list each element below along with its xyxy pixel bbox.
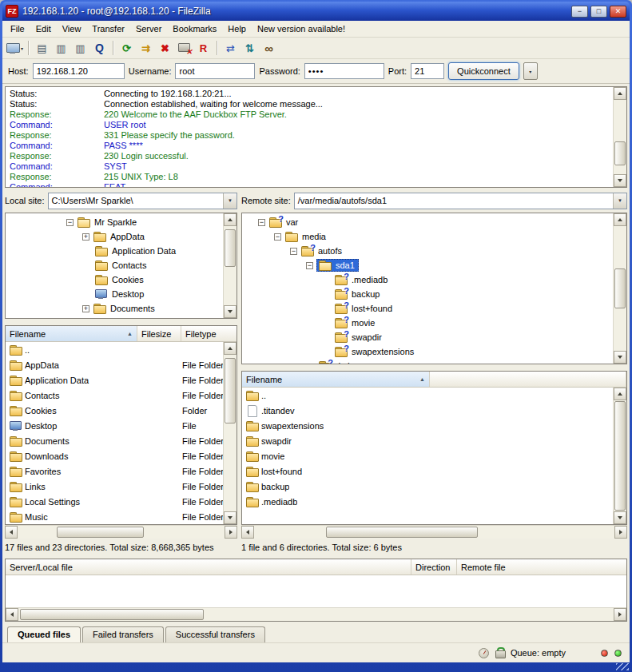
scroll-thumb[interactable] (225, 358, 236, 423)
scroll-right-button[interactable] (614, 608, 626, 621)
file-row[interactable]: DesktopFile (6, 418, 223, 433)
tree-item[interactable]: sda1 (242, 258, 613, 272)
site-manager-button[interactable]: ▾ (6, 39, 24, 57)
file-row[interactable]: backup (242, 479, 613, 494)
speed-limit-icon[interactable] (479, 648, 489, 658)
close-button[interactable]: ✕ (610, 6, 626, 18)
scroll-thumb[interactable] (614, 141, 626, 165)
file-row[interactable]: .titandev (242, 403, 613, 418)
resize-grip[interactable] (616, 663, 629, 670)
tree-item[interactable]: media (242, 229, 613, 244)
collapse-icon[interactable] (306, 262, 313, 269)
menu-edit[interactable]: Edit (30, 22, 57, 36)
column-header-filename[interactable]: Filename▲ (6, 326, 137, 341)
scroll-left-button[interactable] (241, 526, 254, 539)
file-row[interactable]: Application DataFile Folder (6, 372, 223, 388)
file-row[interactable]: .. (242, 388, 613, 403)
tree-item[interactable]: AppData (6, 229, 223, 244)
menu-file[interactable]: File (5, 22, 30, 36)
port-input[interactable] (411, 63, 444, 79)
scroll-thumb[interactable] (57, 527, 144, 538)
tab-successful-transfers[interactable]: Successful transfers (165, 626, 265, 642)
file-row[interactable]: .. (6, 342, 223, 357)
tree-item[interactable]: Cookies (6, 272, 223, 287)
menu-server[interactable]: Server (130, 22, 167, 36)
menu-view[interactable]: View (57, 22, 87, 36)
refresh-button[interactable]: ⟳ (117, 39, 136, 57)
tree-item[interactable]: backup (242, 287, 613, 301)
collapse-icon[interactable] (274, 233, 281, 241)
file-row[interactable]: swapextensions (242, 418, 613, 433)
tree-item[interactable]: Application Data (6, 244, 223, 258)
file-row[interactable]: movie (242, 448, 613, 463)
file-row[interactable]: LinksFile Folder (6, 479, 223, 494)
file-row[interactable]: swapdir (242, 433, 613, 448)
combo-dropdown-icon[interactable]: ▼ (223, 193, 237, 209)
scroll-up-button[interactable] (614, 87, 626, 100)
local-site-combo[interactable]: C:\Users\Mr Sparkle\ ▼ (48, 193, 237, 209)
scroll-up-button[interactable] (224, 342, 237, 355)
tree-item[interactable]: swapdir (242, 330, 613, 344)
column-header-server-local-file[interactable]: Server/Local file (6, 559, 411, 575)
host-input[interactable] (33, 63, 125, 79)
titlebar[interactable]: FZ 192.168.1.20 - root@192.168.1.20 - Fi… (2, 2, 630, 21)
cancel-button[interactable]: ✖ (156, 39, 174, 57)
scroll-right-button[interactable] (614, 526, 627, 539)
compare-button[interactable]: ⇄ (221, 39, 240, 57)
file-row[interactable]: .mediadb (242, 494, 613, 509)
column-header-filesize[interactable]: Filesize (137, 326, 181, 341)
tree-item[interactable]: Downloads (6, 316, 223, 318)
collapse-icon[interactable] (258, 219, 265, 226)
file-row[interactable]: DownloadsFile Folder (6, 448, 223, 463)
collapse-icon[interactable] (290, 248, 297, 255)
menu-help[interactable]: Help (222, 22, 252, 36)
menu-new-version[interactable]: New version available! (252, 22, 351, 36)
sync-browse-button[interactable]: ⇅ (240, 39, 259, 57)
tab-queued-files[interactable]: Queued files (7, 626, 81, 642)
scroll-up-button[interactable] (224, 213, 237, 226)
scroll-down-button[interactable] (614, 511, 626, 524)
tree-item[interactable]: swapextensions (242, 344, 613, 359)
combo-dropdown-icon[interactable]: ▼ (613, 193, 626, 209)
file-row[interactable]: DocumentsFile Folder (6, 433, 223, 448)
file-row[interactable]: AppDataFile Folder (6, 357, 223, 372)
process-queue-button[interactable]: ⇉ (137, 39, 155, 57)
menu-transfer[interactable]: Transfer (86, 22, 130, 36)
scroll-up-button[interactable] (614, 388, 626, 400)
scroll-down-button[interactable] (224, 305, 237, 318)
scroll-down-button[interactable] (224, 511, 237, 524)
queue-horizontal-scrollbar[interactable] (6, 607, 626, 621)
tree-item[interactable]: movie (242, 316, 613, 330)
column-header-filetype[interactable]: Filetype (181, 326, 237, 341)
remote-files-scrollbar[interactable] (613, 388, 626, 524)
scroll-left-button[interactable] (5, 526, 18, 539)
expand-icon[interactable] (82, 233, 89, 241)
scroll-down-button[interactable] (614, 174, 626, 187)
file-row[interactable]: CookiesFolder (6, 403, 223, 418)
find-files-button[interactable]: ∞ (260, 39, 278, 57)
file-row[interactable]: FavoritesFile Folder (6, 463, 223, 479)
toggle-local-tree-button[interactable]: ▥ (52, 39, 70, 57)
encryption-status-icon[interactable] (495, 647, 504, 658)
tree-item[interactable]: Documents (6, 301, 223, 316)
reconnect-button[interactable]: R (194, 39, 213, 57)
file-row[interactable]: MusicFile Folder (6, 509, 223, 524)
tree-item[interactable]: .mediadb (242, 272, 613, 287)
tree-item[interactable]: Contacts (6, 258, 223, 272)
local-horizontal-scrollbar[interactable] (5, 525, 237, 539)
quickconnect-button[interactable]: Quickconnect (448, 62, 519, 80)
file-row[interactable]: ContactsFile Folder (6, 388, 223, 403)
disconnect-button[interactable] (175, 39, 193, 57)
toggle-log-button[interactable]: ▤ (33, 39, 51, 57)
column-header-direction[interactable]: Direction (411, 559, 457, 575)
remote-tree-scrollbar[interactable] (613, 213, 626, 364)
log-vertical-scrollbar[interactable] (613, 87, 626, 187)
tree-item[interactable]: Mr Sparkle (6, 215, 223, 229)
scroll-thumb[interactable] (326, 527, 477, 538)
scroll-down-button[interactable] (614, 351, 626, 364)
tree-item[interactable]: dvd (242, 359, 613, 364)
quickconnect-dropdown-button[interactable]: ▾ (523, 62, 538, 80)
file-row[interactable]: lost+found (242, 463, 613, 479)
minimize-button[interactable]: − (571, 6, 588, 18)
scroll-thumb[interactable] (225, 229, 236, 268)
